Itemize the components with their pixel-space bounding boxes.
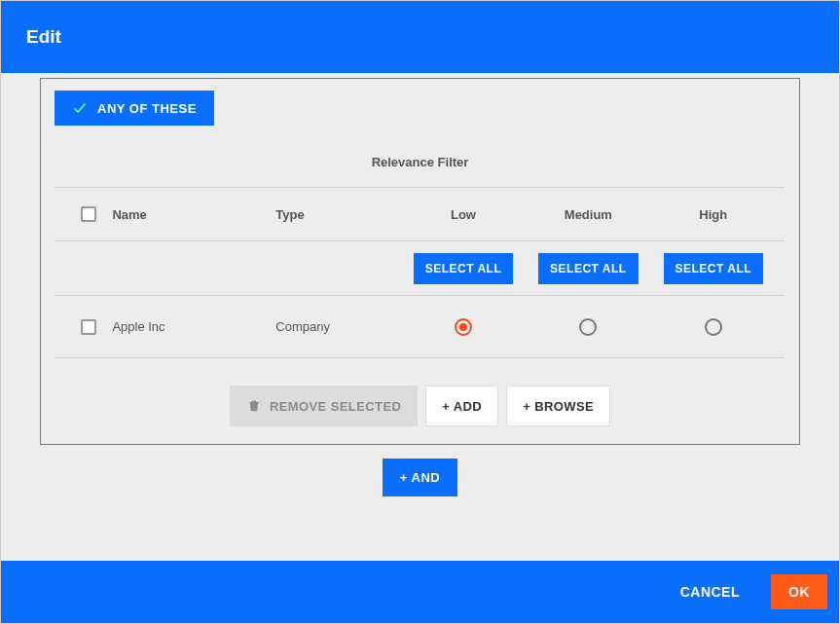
trash-icon <box>246 398 262 414</box>
select-all-high-button[interactable]: SELECT ALL <box>664 253 764 284</box>
select-all-medium-button[interactable]: SELECT ALL <box>538 253 639 284</box>
dialog-footer: CANCEL OK <box>1 561 839 623</box>
column-header-medium: Medium <box>526 207 650 222</box>
dialog-header: Edit <box>1 1 839 73</box>
any-of-these-label: ANY OF THESE <box>97 101 197 116</box>
radio-medium[interactable] <box>579 318 597 336</box>
edit-dialog: Edit ANY OF THESE Relevance Filter Name … <box>0 0 840 624</box>
relevance-filter-title: Relevance Filter <box>55 155 785 169</box>
table-header-row: Name Type Low Medium High <box>55 187 785 241</box>
row-type: Company <box>275 319 400 334</box>
remove-selected-label: REMOVE SELECTED <box>270 399 401 414</box>
row-name: Apple Inc <box>112 319 275 334</box>
radio-high[interactable] <box>705 318 722 336</box>
select-all-row: SELECT ALL SELECT ALL SELECT ALL <box>55 241 785 296</box>
and-button-wrap: + AND <box>40 459 800 496</box>
filter-panel: ANY OF THESE Relevance Filter Name Type … <box>40 78 800 445</box>
relevance-table: Name Type Low Medium High SELECT ALL SEL… <box>55 187 785 358</box>
and-button[interactable]: + AND <box>383 459 457 496</box>
column-header-high: High <box>651 207 776 222</box>
ok-button[interactable]: OK <box>771 574 827 609</box>
column-header-name: Name <box>112 207 275 222</box>
add-button[interactable]: + ADD <box>425 385 498 426</box>
browse-button[interactable]: + BROWSE <box>506 385 610 426</box>
select-all-checkbox[interactable] <box>81 206 96 222</box>
table-row: Apple Inc Company <box>55 296 785 358</box>
check-icon <box>72 100 88 116</box>
column-header-type: Type <box>275 207 400 222</box>
row-action-bar: REMOVE SELECTED + ADD + BROWSE <box>55 385 785 426</box>
any-of-these-button[interactable]: ANY OF THESE <box>55 91 214 126</box>
cancel-button[interactable]: CANCEL <box>663 574 757 609</box>
select-all-low-button[interactable]: SELECT ALL <box>414 253 514 284</box>
dialog-title: Edit <box>26 26 61 47</box>
row-checkbox[interactable] <box>81 319 96 335</box>
dialog-body: ANY OF THESE Relevance Filter Name Type … <box>1 73 839 561</box>
remove-selected-button[interactable]: REMOVE SELECTED <box>230 385 418 426</box>
radio-low[interactable] <box>455 318 472 336</box>
column-header-low: Low <box>401 207 526 222</box>
